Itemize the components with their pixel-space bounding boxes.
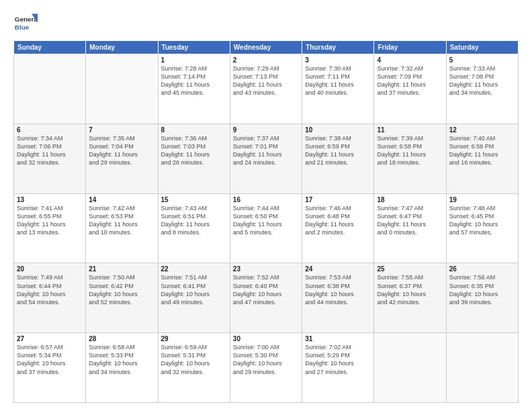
calendar-header-row: SundayMondayTuesdayWednesdayThursdayFrid… xyxy=(14,41,519,54)
day-info: Sunrise: 6:59 AM Sunset: 5:31 PM Dayligh… xyxy=(161,343,227,376)
calendar-cell: 12Sunrise: 7:40 AM Sunset: 6:56 PM Dayli… xyxy=(446,124,518,193)
day-info: Sunrise: 7:46 AM Sunset: 6:48 PM Dayligh… xyxy=(305,204,371,237)
calendar-cell: 4Sunrise: 7:32 AM Sunset: 7:09 PM Daylig… xyxy=(374,54,446,124)
calendar-cell xyxy=(14,54,86,124)
calendar-week-row: 27Sunrise: 6:57 AM Sunset: 5:34 PM Dayli… xyxy=(14,333,519,403)
calendar-cell: 5Sunrise: 7:33 AM Sunset: 7:08 PM Daylig… xyxy=(446,54,518,124)
day-info: Sunrise: 7:36 AM Sunset: 7:03 PM Dayligh… xyxy=(161,134,227,167)
day-info: Sunrise: 7:29 AM Sunset: 7:13 PM Dayligh… xyxy=(233,64,299,97)
calendar-week-row: 1Sunrise: 7:28 AM Sunset: 7:14 PM Daylig… xyxy=(14,54,519,124)
calendar-table: SundayMondayTuesdayWednesdayThursdayFrid… xyxy=(13,40,519,403)
day-number: 4 xyxy=(377,56,443,64)
day-info: Sunrise: 6:58 AM Sunset: 5:33 PM Dayligh… xyxy=(89,343,154,376)
calendar-week-row: 6Sunrise: 7:34 AM Sunset: 7:06 PM Daylig… xyxy=(14,124,519,193)
calendar-cell: 10Sunrise: 7:38 AM Sunset: 6:59 PM Dayli… xyxy=(302,124,374,193)
calendar-cell: 24Sunrise: 7:53 AM Sunset: 6:38 PM Dayli… xyxy=(302,263,374,333)
calendar-cell xyxy=(374,333,446,403)
day-number: 7 xyxy=(89,126,154,134)
day-number: 22 xyxy=(161,265,227,273)
day-number: 21 xyxy=(89,265,154,273)
day-number: 31 xyxy=(305,335,371,342)
day-number: 8 xyxy=(161,126,227,134)
day-info: Sunrise: 7:35 AM Sunset: 7:04 PM Dayligh… xyxy=(89,134,154,167)
day-number: 18 xyxy=(377,196,443,203)
calendar-cell: 26Sunrise: 7:56 AM Sunset: 6:35 PM Dayli… xyxy=(446,263,518,333)
calendar-body: 1Sunrise: 7:28 AM Sunset: 7:14 PM Daylig… xyxy=(14,54,519,403)
day-number: 6 xyxy=(17,126,83,134)
day-info: Sunrise: 7:43 AM Sunset: 6:51 PM Dayligh… xyxy=(161,204,227,237)
calendar-cell: 23Sunrise: 7:52 AM Sunset: 6:40 PM Dayli… xyxy=(230,263,302,333)
calendar-cell: 20Sunrise: 7:49 AM Sunset: 6:44 PM Dayli… xyxy=(14,263,86,333)
day-number: 15 xyxy=(161,196,227,203)
day-info: Sunrise: 7:32 AM Sunset: 7:09 PM Dayligh… xyxy=(377,64,443,97)
calendar-week-row: 13Sunrise: 7:41 AM Sunset: 6:55 PM Dayli… xyxy=(14,193,519,263)
calendar-cell: 2Sunrise: 7:29 AM Sunset: 7:13 PM Daylig… xyxy=(230,54,302,124)
day-number: 19 xyxy=(449,196,515,203)
calendar-week-row: 20Sunrise: 7:49 AM Sunset: 6:44 PM Dayli… xyxy=(14,263,519,333)
day-info: Sunrise: 7:40 AM Sunset: 6:56 PM Dayligh… xyxy=(449,134,515,167)
day-number: 1 xyxy=(161,56,227,64)
logo: General Blue xyxy=(13,11,38,35)
calendar-cell: 9Sunrise: 7:37 AM Sunset: 7:01 PM Daylig… xyxy=(230,124,302,193)
day-number: 2 xyxy=(233,56,299,64)
day-info: Sunrise: 7:44 AM Sunset: 6:50 PM Dayligh… xyxy=(233,204,299,237)
calendar-cell: 31Sunrise: 7:02 AM Sunset: 5:29 PM Dayli… xyxy=(302,333,374,403)
calendar-cell: 19Sunrise: 7:48 AM Sunset: 6:45 PM Dayli… xyxy=(446,193,518,263)
day-number: 30 xyxy=(233,335,299,342)
day-number: 11 xyxy=(377,126,443,134)
day-number: 24 xyxy=(305,265,371,273)
calendar-cell: 17Sunrise: 7:46 AM Sunset: 6:48 PM Dayli… xyxy=(302,193,374,263)
calendar-cell: 29Sunrise: 6:59 AM Sunset: 5:31 PM Dayli… xyxy=(158,333,230,403)
day-info: Sunrise: 7:33 AM Sunset: 7:08 PM Dayligh… xyxy=(449,64,515,97)
calendar-cell: 27Sunrise: 6:57 AM Sunset: 5:34 PM Dayli… xyxy=(14,333,86,403)
day-number: 26 xyxy=(449,265,515,273)
calendar-cell: 8Sunrise: 7:36 AM Sunset: 7:03 PM Daylig… xyxy=(158,124,230,193)
day-info: Sunrise: 7:47 AM Sunset: 6:47 PM Dayligh… xyxy=(377,204,443,237)
day-info: Sunrise: 7:50 AM Sunset: 6:42 PM Dayligh… xyxy=(89,273,154,306)
calendar-header-tuesday: Tuesday xyxy=(158,41,230,54)
day-number: 3 xyxy=(305,56,371,64)
day-number: 9 xyxy=(233,126,299,134)
day-number: 27 xyxy=(17,335,83,342)
calendar-cell: 14Sunrise: 7:42 AM Sunset: 6:53 PM Dayli… xyxy=(86,193,158,263)
day-number: 28 xyxy=(89,335,154,342)
day-number: 20 xyxy=(17,265,83,273)
calendar-header-saturday: Saturday xyxy=(446,41,518,54)
calendar-cell: 3Sunrise: 7:30 AM Sunset: 7:11 PM Daylig… xyxy=(302,54,374,124)
day-info: Sunrise: 7:28 AM Sunset: 7:14 PM Dayligh… xyxy=(161,64,227,97)
day-info: Sunrise: 7:52 AM Sunset: 6:40 PM Dayligh… xyxy=(233,273,299,306)
calendar-header-sunday: Sunday xyxy=(14,41,86,54)
header: General Blue xyxy=(13,11,519,35)
day-info: Sunrise: 7:42 AM Sunset: 6:53 PM Dayligh… xyxy=(89,204,154,237)
calendar-cell: 11Sunrise: 7:39 AM Sunset: 6:58 PM Dayli… xyxy=(374,124,446,193)
day-info: Sunrise: 7:00 AM Sunset: 5:30 PM Dayligh… xyxy=(233,343,299,376)
day-number: 12 xyxy=(449,126,515,134)
day-number: 5 xyxy=(449,56,515,64)
day-info: Sunrise: 7:34 AM Sunset: 7:06 PM Dayligh… xyxy=(17,134,83,167)
day-info: Sunrise: 7:48 AM Sunset: 6:45 PM Dayligh… xyxy=(449,204,515,237)
calendar-cell: 25Sunrise: 7:55 AM Sunset: 6:37 PM Dayli… xyxy=(374,263,446,333)
day-number: 13 xyxy=(17,196,83,203)
calendar-cell: 6Sunrise: 7:34 AM Sunset: 7:06 PM Daylig… xyxy=(14,124,86,193)
day-number: 10 xyxy=(305,126,371,134)
calendar-cell xyxy=(86,54,158,124)
calendar-cell: 7Sunrise: 7:35 AM Sunset: 7:04 PM Daylig… xyxy=(86,124,158,193)
calendar-cell xyxy=(446,333,518,403)
calendar-header-wednesday: Wednesday xyxy=(230,41,302,54)
calendar-cell: 16Sunrise: 7:44 AM Sunset: 6:50 PM Dayli… xyxy=(230,193,302,263)
day-info: Sunrise: 7:49 AM Sunset: 6:44 PM Dayligh… xyxy=(17,273,83,306)
day-info: Sunrise: 7:41 AM Sunset: 6:55 PM Dayligh… xyxy=(17,204,83,237)
day-info: Sunrise: 7:30 AM Sunset: 7:11 PM Dayligh… xyxy=(305,64,371,97)
calendar-header-thursday: Thursday xyxy=(302,41,374,54)
calendar-cell: 22Sunrise: 7:51 AM Sunset: 6:41 PM Dayli… xyxy=(158,263,230,333)
day-info: Sunrise: 7:39 AM Sunset: 6:58 PM Dayligh… xyxy=(377,134,443,167)
calendar-cell: 21Sunrise: 7:50 AM Sunset: 6:42 PM Dayli… xyxy=(86,263,158,333)
day-number: 17 xyxy=(305,196,371,203)
calendar-cell: 1Sunrise: 7:28 AM Sunset: 7:14 PM Daylig… xyxy=(158,54,230,124)
day-info: Sunrise: 7:51 AM Sunset: 6:41 PM Dayligh… xyxy=(161,273,227,306)
page: General Blue SundayMondayTuesdayWednesda… xyxy=(0,0,532,411)
calendar-cell: 18Sunrise: 7:47 AM Sunset: 6:47 PM Dayli… xyxy=(374,193,446,263)
day-number: 23 xyxy=(233,265,299,273)
day-info: Sunrise: 6:57 AM Sunset: 5:34 PM Dayligh… xyxy=(17,343,83,376)
calendar-header-friday: Friday xyxy=(374,41,446,54)
